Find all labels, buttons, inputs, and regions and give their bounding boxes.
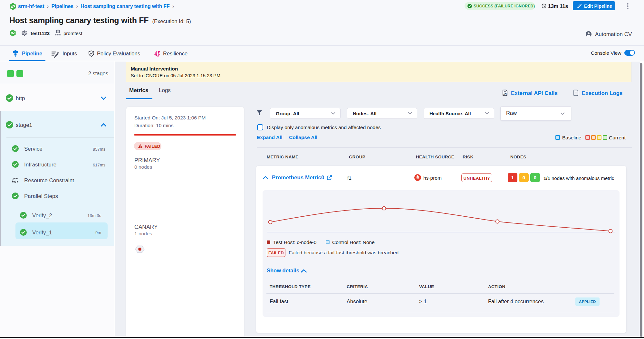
svg-text:API: API [503,93,507,95]
